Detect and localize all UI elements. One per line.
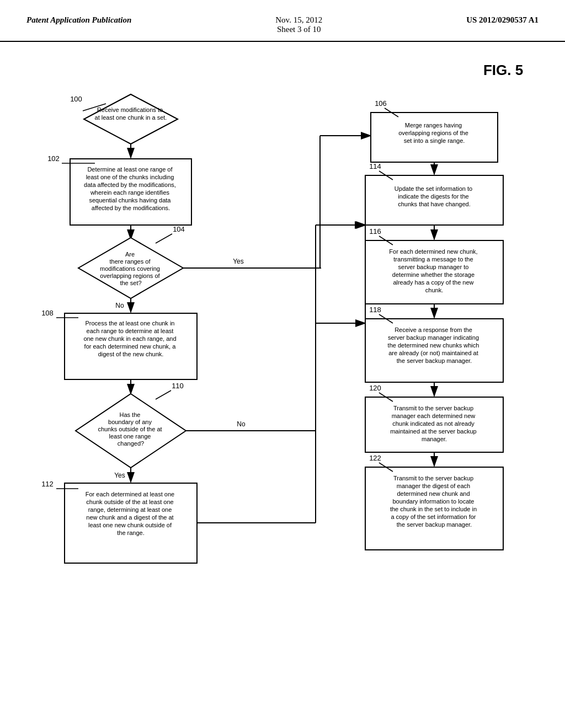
svg-text:Update the set information to
: Update the set information to indicate t… [395, 185, 474, 207]
ref-100: 100 [70, 95, 82, 103]
patent-application-label: Patent Application Publication [26, 15, 131, 24]
no-label-104: No [115, 302, 124, 309]
ref-116: 116 [369, 227, 381, 235]
node-110: Has the boundary of any chunks outside o… [76, 382, 186, 468]
node-102: Determine at least one range of least on… [47, 154, 191, 225]
node-106: Merge ranges having overlapping regions … [371, 99, 498, 162]
page: Patent Application Publication Nov. 15, … [0, 0, 565, 728]
flowchart-svg: FIG. 5 Receive modifications to at least… [23, 53, 542, 682]
header: Patent Application Publication Nov. 15, … [0, 0, 565, 42]
ref-106: 106 [375, 99, 387, 108]
ref-112: 112 [41, 480, 54, 488]
ref-118: 118 [369, 306, 381, 314]
ref-104: 104 [173, 225, 185, 233]
ref-110: 110 [172, 382, 184, 390]
svg-text:Receive a response from the
  : Receive a response from the server backu… [388, 326, 481, 364]
svg-line-11 [156, 234, 172, 243]
ref-120: 120 [369, 384, 381, 392]
svg-line-22 [156, 390, 171, 399]
header-right: US 2012/0290537 A1 [466, 15, 539, 25]
node-100: Receive modifications to at least one ch… [70, 94, 178, 144]
node-108: Process the at least one chunk in each r… [41, 309, 197, 379]
svg-text:Transmit to the server backup
: Transmit to the server backup manager th… [390, 475, 478, 528]
diagram-area: FIG. 5 Receive modifications to at least… [0, 42, 565, 693]
sheet-label: Sheet 3 of 10 [277, 25, 321, 34]
yes-label-110: Yes [114, 472, 125, 479]
date-label: Nov. 15, 2012 [275, 15, 322, 25]
header-center: Nov. 15, 2012 Sheet 3 of 10 [275, 15, 322, 34]
yes-label-104: Yes [233, 258, 244, 265]
node-112: For each determined at least one chunk o… [41, 480, 197, 563]
ref-108: 108 [41, 309, 54, 317]
node-122: Transmit to the server backup manager th… [365, 454, 503, 550]
svg-rect-36 [365, 175, 503, 225]
patent-number-label: US 2012/0290537 A1 [466, 15, 539, 24]
node-104: Are there ranges of modifications coveri… [78, 225, 185, 298]
fig-label: FIG. 5 [483, 62, 523, 78]
no-label-110: No [237, 420, 246, 428]
ref-102: 102 [47, 154, 60, 163]
header-left: Patent Application Publication [26, 15, 131, 25]
ref-122: 122 [369, 454, 381, 462]
ref-114: 114 [369, 162, 381, 170]
svg-text:Merge ranges having
          : Merge ranges having overlapping regions … [398, 122, 470, 144]
